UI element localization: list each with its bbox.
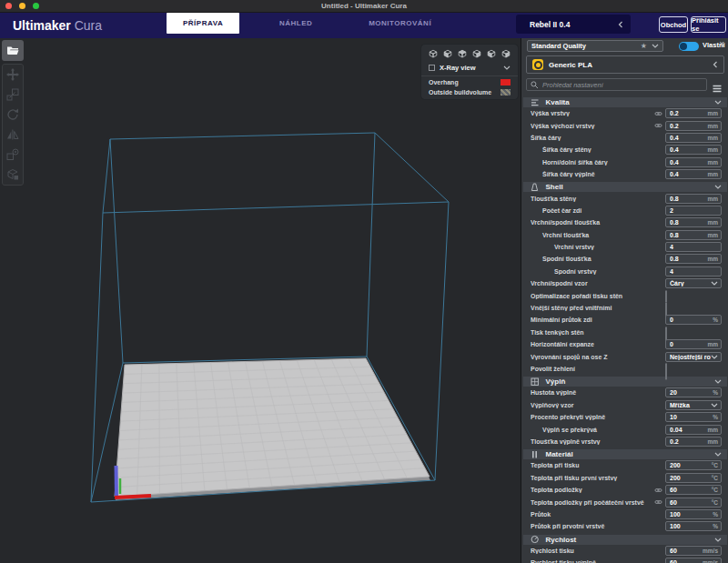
tool-panel	[2, 64, 24, 186]
setting-input[interactable]: 60mm/s	[665, 558, 722, 563]
sign-in-button[interactable]: Přihlásit se	[691, 16, 726, 33]
setting-unit: mm	[707, 219, 718, 226]
view-bottom-icon	[472, 49, 481, 58]
setting-unit: mm	[707, 146, 718, 153]
setting-input[interactable]: 0%	[665, 315, 722, 325]
profile-dropdown[interactable]: Standard Quality ★	[527, 40, 663, 52]
legend-row: Overhang	[421, 77, 518, 87]
setting-row: Spodní vrstvy4	[521, 266, 728, 277]
settings-search[interactable]	[526, 78, 707, 91]
setting-label: Šířka čáry výplně	[531, 171, 665, 177]
view-top-button[interactable]	[458, 49, 467, 58]
view-bottom-button[interactable]	[472, 49, 481, 58]
link-icon[interactable]	[654, 122, 665, 129]
star-icon[interactable]: ★	[641, 43, 647, 50]
custom-mode-toggle[interactable]	[679, 42, 699, 51]
setting-dropdown[interactable]: Čáry	[665, 278, 722, 288]
link-icon[interactable]	[654, 487, 665, 494]
close-panel-icon[interactable]: ×	[719, 39, 724, 50]
setting-input[interactable]: 0.4mm	[665, 169, 722, 179]
setting-input[interactable]: 0.8mm	[665, 217, 722, 227]
marketplace-button[interactable]: Obchod	[659, 16, 688, 33]
build-plate-viewport[interactable]	[0, 38, 521, 563]
view-left-button[interactable]	[487, 49, 496, 58]
section-header-quality[interactable]: Kvalita	[523, 97, 727, 107]
setting-input[interactable]: 0.4mm	[665, 145, 722, 155]
move-tool-button[interactable]	[3, 65, 23, 85]
open-file-button[interactable]	[2, 40, 24, 61]
setting-input[interactable]: 0.8mm	[665, 230, 722, 240]
view-right-button[interactable]	[501, 49, 511, 58]
setting-dropdown[interactable]: Nejostřejší roh	[665, 352, 722, 362]
setting-input[interactable]: 2	[665, 206, 722, 216]
search-icon	[531, 76, 539, 93]
chevron-down-icon	[714, 538, 722, 542]
setting-input[interactable]: 100%	[665, 521, 722, 531]
setting-checkbox[interactable]	[665, 363, 667, 380]
setting-input[interactable]: 0.4mm	[665, 157, 722, 167]
setting-value: 60	[670, 499, 712, 506]
view-mode-dropdown[interactable]: X-Ray view	[421, 61, 518, 75]
mirror-tool-icon	[5, 127, 20, 142]
setting-unit: mm	[707, 256, 718, 262]
scale-tool-button[interactable]	[3, 85, 23, 105]
printer-selector[interactable]: Rebel II 0.4	[516, 15, 631, 34]
setting-input[interactable]: 0.2mm	[665, 121, 722, 131]
setting-input[interactable]: 4	[665, 242, 722, 252]
setting-value: 0.8	[670, 256, 707, 262]
setting-dropdown[interactable]: Mřížka	[665, 400, 722, 410]
setting-input[interactable]: 200°C	[665, 460, 722, 470]
view-3d-button[interactable]	[429, 49, 438, 58]
setting-label: Rychlost tisku	[531, 548, 665, 554]
setting-input[interactable]: 10%	[665, 412, 722, 422]
tab-prepare[interactable]: PŘÍPRAVA	[167, 13, 239, 34]
link-icon[interactable]	[654, 498, 665, 506]
material-selector[interactable]: Generic PLA	[526, 55, 724, 74]
tab-monitor[interactable]: MONITOROVÁNÍ	[352, 13, 448, 34]
setting-row: Vyrovnání spojů na ose ZNejostřejší roh	[521, 350, 728, 362]
setting-row: Šířka čáry0.4mm	[521, 132, 728, 144]
setting-value: 60	[670, 559, 703, 563]
setting-input[interactable]: 0mm	[665, 339, 722, 349]
setting-input[interactable]: 0.2mm	[665, 108, 722, 118]
setting-value: Nejostřejší roh	[670, 354, 711, 360]
setting-input[interactable]: 0.4mm	[665, 133, 722, 143]
section-title: Shell	[546, 183, 715, 191]
setting-label: Šířka čáry	[531, 135, 665, 141]
setting-row: Rychlost tisku výplně60mm/s	[521, 557, 728, 563]
mirror-tool-button[interactable]	[3, 125, 23, 145]
tab-preview[interactable]: NÁHLED	[259, 13, 332, 34]
search-input[interactable]	[542, 81, 703, 89]
setting-row: Výplňový vzorMřížka	[521, 399, 728, 411]
setting-label: Teplota podložky při počáteční vrstvě	[531, 499, 654, 506]
setting-label: Výška vrstvy	[531, 110, 654, 116]
setting-unit: mm	[707, 159, 718, 166]
setting-input[interactable]: 0.8mm	[665, 194, 722, 204]
section-header-speed[interactable]: Rychlost	[523, 535, 727, 545]
setting-input[interactable]: 0.8mm	[665, 254, 722, 264]
setting-input[interactable]: 0.04mm	[665, 425, 722, 435]
support-blocker-tool-button[interactable]	[3, 165, 23, 185]
setting-label: Tisk tenkých stěn	[531, 329, 665, 336]
xray-view-icon	[429, 65, 435, 71]
rotate-tool-button[interactable]	[3, 105, 23, 125]
settings-menu-icon[interactable]	[713, 80, 722, 96]
section-header-material[interactable]: Materiál	[523, 449, 727, 459]
link-icon[interactable]	[654, 110, 665, 117]
section-header-shell[interactable]: Shell	[523, 182, 727, 192]
setting-input[interactable]: 200°C	[665, 473, 722, 483]
setting-input[interactable]: 100%	[665, 509, 722, 519]
setting-input[interactable]: 0.2mm	[665, 437, 722, 447]
setting-row: Teplota při tisku první vrstvy200°C	[521, 472, 728, 484]
view-front-button[interactable]	[443, 49, 452, 58]
main-header: Ultimaker Cura PŘÍPRAVANÁHLEDMONITOROVÁN…	[0, 13, 728, 38]
setting-input[interactable]: 4	[665, 266, 722, 276]
setting-input[interactable]: 20%	[665, 387, 722, 397]
setting-input[interactable]: 60°C	[665, 485, 722, 495]
setting-label: Vrchní tloušťka	[531, 232, 665, 238]
x-axis-indicator	[115, 496, 151, 498]
section-header-infill[interactable]: Výplň	[523, 377, 727, 387]
setting-input[interactable]: 60°C	[665, 498, 722, 508]
per-model-settings-tool-button[interactable]	[3, 145, 23, 165]
setting-input[interactable]: 60mm/s	[665, 546, 722, 556]
